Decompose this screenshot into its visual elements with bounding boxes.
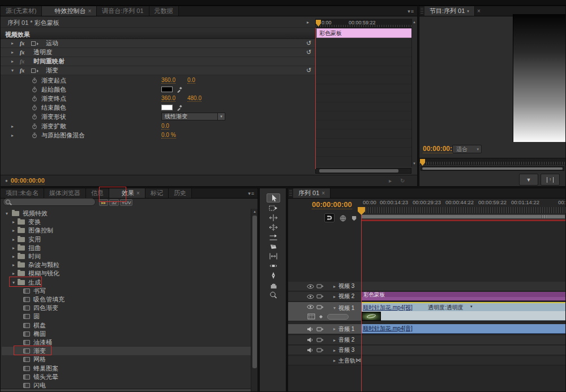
mini-timeline-clip[interactable]: 彩色蒙板 [316, 28, 412, 38]
sync-lock-icon[interactable] [316, 294, 324, 299]
mini-timeline-vscroll[interactable]: ▲ ▼ [411, 19, 417, 167]
clip-effect-label[interactable]: 透明度:透明度 [428, 304, 464, 312]
tree-row[interactable]: 棋盘 [2, 321, 251, 330]
twirl-icon[interactable]: ▸ [332, 358, 337, 363]
reset-effect-icon[interactable]: ↺ [306, 67, 311, 74]
mini-playhead-line[interactable] [315, 28, 316, 169]
timeline-ruler[interactable]: 00:00 00:00:14:23 00:00:29:23 00:00:44:2… [361, 199, 565, 207]
tab-audio-mixer[interactable]: 调音台:序列 01 [97, 6, 149, 16]
close-icon[interactable]: × [136, 190, 140, 196]
track-header-audio3[interactable]: ▸ 音频 3 [288, 346, 361, 355]
track-header-video1[interactable]: ▾ 视频 1 [288, 302, 361, 321]
program-playhead-icon[interactable] [420, 159, 425, 166]
effect-row-time-remap[interactable]: ▸ fx 时间重映射 [1, 57, 315, 66]
twirl-icon[interactable]: ▸ [10, 271, 18, 276]
scroll-up-icon[interactable]: ▲ [413, 20, 416, 24]
stopwatch-icon[interactable] [32, 105, 37, 111]
work-area-grip[interactable] [542, 215, 546, 218]
twirl-icon[interactable]: ▸ [10, 133, 15, 138]
tab-metadata[interactable]: 元数据 [149, 6, 179, 16]
tree-row[interactable]: 四色渐变 [2, 304, 251, 312]
tab-project[interactable]: 项目:未命名 [1, 188, 44, 198]
sync-lock-icon[interactable] [316, 347, 324, 353]
tree-row[interactable]: ▸杂波与颗粒 [2, 261, 251, 269]
tab-program[interactable]: 节目:序列 01▾ [424, 6, 475, 16]
twirl-icon[interactable]: ▸ [332, 294, 337, 299]
tree-row[interactable]: 蜂巢图案 [2, 364, 251, 373]
set-display-style-icon[interactable] [307, 313, 315, 320]
twirl-icon[interactable]: ▸ [10, 124, 15, 129]
program-mini-ruler[interactable] [419, 158, 565, 165]
work-area-bar[interactable] [361, 214, 565, 219]
twirl-icon[interactable]: ▸ [10, 237, 18, 242]
twirl-icon[interactable]: ▸ [10, 245, 18, 251]
snap-toggle[interactable] [324, 213, 335, 222]
tree-row[interactable]: ▸时间 [2, 252, 251, 261]
tree-row[interactable]: ▸扭曲 [2, 244, 251, 252]
effect-controls-timecode[interactable]: 00:00:00:00 [11, 177, 45, 184]
encore-marker-button[interactable] [339, 214, 346, 222]
track-content-audio2[interactable] [361, 335, 565, 345]
toggle-track-output-icon[interactable] [307, 284, 314, 289]
track-header-master[interactable]: ▸ 主音轨 ⋈ [288, 356, 361, 365]
toggle-track-output-icon[interactable] [307, 304, 314, 309]
toggle-track-output-icon[interactable] [307, 347, 314, 353]
twirl-icon[interactable]: ▾ [10, 68, 15, 73]
twirl-icon[interactable]: ▸ [332, 326, 337, 331]
tree-row[interactable]: ▸变换 [2, 218, 251, 226]
track-content-video2[interactable]: 彩色蒙板 [361, 292, 565, 301]
ramp-shape-dropdown[interactable]: 线性渐变▾ [161, 113, 225, 120]
effect-row-ramp[interactable]: ▾ fx 渐变 ↺ [1, 66, 315, 75]
panel-menu-icon[interactable]: ▾≡ [245, 188, 258, 198]
reset-effect-icon[interactable]: ↺ [306, 49, 311, 56]
param-value[interactable]: 0.0 % [161, 132, 176, 139]
stopwatch-icon[interactable] [32, 123, 37, 130]
effects-vscroll[interactable]: ▲ [251, 209, 258, 391]
timeline-playhead-icon[interactable] [358, 207, 365, 215]
selection-tool[interactable] [267, 193, 280, 203]
stopwatch-icon[interactable] [32, 96, 37, 102]
param-value[interactable]: 0.0 [187, 77, 195, 84]
twirl-icon[interactable]: ▸ [332, 338, 337, 343]
effects-search-input[interactable] [3, 198, 96, 206]
toggle-track-output-icon[interactable] [307, 294, 314, 299]
close-icon[interactable]: × [321, 190, 325, 196]
stopwatch-icon[interactable] [32, 132, 37, 139]
color-swatch[interactable] [161, 87, 173, 92]
eyedropper-icon[interactable] [177, 87, 183, 93]
twirl-icon[interactable]: ▾ [332, 305, 337, 311]
track-content-audio1[interactable]: 顺时针加花.mp4[音] [361, 324, 565, 334]
track-height-pill[interactable] [327, 314, 349, 320]
scroll-down-icon[interactable]: ▼ [413, 162, 416, 165]
reset-effect-icon[interactable]: ↺ [306, 40, 311, 47]
sync-lock-icon[interactable] [316, 326, 324, 332]
timeline-playhead-line[interactable] [361, 208, 362, 391]
mini-timeline-hscroll[interactable] [315, 168, 411, 174]
eyedropper-icon[interactable] [177, 105, 183, 111]
timeline-timecode[interactable]: 00:00:00:00 [312, 200, 352, 209]
twirl-icon[interactable]: ▸ [10, 41, 15, 46]
tab-history[interactable]: 历史 [169, 188, 192, 198]
sync-lock-icon[interactable] [316, 283, 324, 289]
track-content-master[interactable] [361, 356, 565, 365]
toggle-track-output-icon[interactable] [307, 326, 314, 332]
effect-row-motion[interactable]: ▸ fx 运动 ↺ [1, 39, 315, 48]
pen-tool[interactable] [267, 271, 280, 280]
hand-tool[interactable] [267, 281, 280, 290]
track-select-tool[interactable] [267, 204, 280, 213]
track-content-audio3[interactable] [361, 346, 565, 355]
scroll-up-icon[interactable]: ▲ [253, 210, 256, 213]
close-icon[interactable]: × [475, 8, 483, 14]
color-swatch[interactable] [161, 105, 173, 110]
twirl-icon[interactable]: ▸ [332, 348, 337, 353]
show-keyframes-icon[interactable] [318, 314, 324, 320]
twirl-icon[interactable]: ▸ [10, 50, 15, 55]
zoom-tool[interactable] [267, 290, 280, 299]
timeline-view-toggle-icon[interactable]: ▸ [307, 20, 309, 25]
param-value[interactable]: 360.0 [161, 95, 175, 102]
lift-button[interactable]: ▼ [519, 174, 538, 186]
twirl-icon[interactable]: ▸ [10, 219, 18, 225]
tree-row[interactable]: ▸图像控制 [2, 226, 251, 235]
tab-effect-controls[interactable]: 特效控制台× [42, 6, 97, 16]
slide-tool[interactable] [267, 261, 280, 270]
